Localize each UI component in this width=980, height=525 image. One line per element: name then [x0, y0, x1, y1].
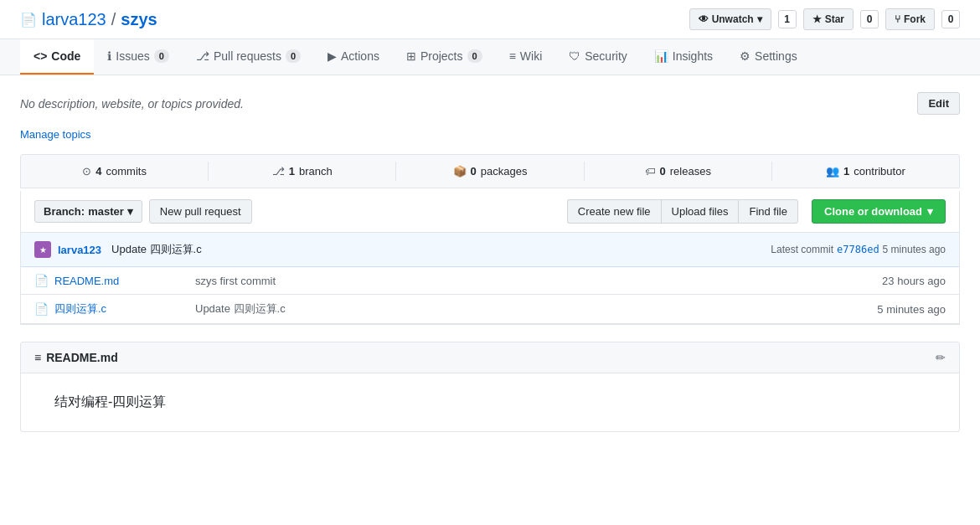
wiki-icon: ≡	[509, 49, 516, 63]
tab-insights-label: Insights	[673, 49, 713, 63]
branch-label-text: Branch:	[44, 205, 85, 218]
tab-pr-label: Pull requests	[214, 49, 281, 63]
unwatch-button[interactable]: 👁 Unwatch ▾	[689, 8, 771, 30]
readme-title: ≡ README.md	[34, 351, 118, 364]
readme-header: ≡ README.md ✏	[21, 342, 959, 373]
branches-stat[interactable]: ⎇ 1 branch	[209, 162, 396, 181]
code-icon: <>	[34, 49, 47, 63]
branch-selector[interactable]: Branch: master ▾	[34, 200, 142, 223]
tab-insights[interactable]: 📊 Insights	[641, 39, 726, 75]
issues-icon: ℹ	[107, 49, 111, 63]
repo-icon: 📄	[20, 12, 37, 28]
description-bar: No description, website, or topics provi…	[20, 92, 960, 115]
readme-edit-button[interactable]: ✏	[936, 351, 946, 364]
branch-label: branch	[299, 165, 333, 178]
repo-owner-link[interactable]: larva123	[42, 10, 106, 29]
packages-label: packages	[481, 165, 528, 178]
main-content: No description, website, or topics provi…	[0, 75, 980, 449]
stats-bar: ⊙ 4 commits ⎇ 1 branch 📦 0 packages 🏷 0 …	[20, 154, 960, 188]
readme-text: 结对编程-四则运算	[54, 394, 166, 409]
file-action-buttons: Create new file Upload files Find file	[567, 199, 798, 224]
star-button[interactable]: ★ Star	[803, 8, 854, 30]
contributors-label: contributor	[854, 165, 905, 178]
fork-count: 0	[941, 10, 960, 28]
commits-icon: ⊙	[82, 165, 91, 178]
clone-label: Clone or download	[824, 205, 922, 218]
contributors-icon: 👥	[826, 165, 839, 178]
commits-count: 4	[95, 165, 101, 178]
releases-count: 0	[660, 165, 666, 178]
tab-code-label: Code	[51, 49, 80, 63]
unwatch-count: 1	[778, 10, 797, 28]
file-commit-msg-c: Update 四则运算.c	[195, 301, 870, 317]
releases-stat[interactable]: 🏷 0 releases	[585, 162, 772, 181]
branch-name-text: master	[88, 205, 124, 218]
upload-files-button[interactable]: Upload files	[661, 199, 739, 224]
star-icon: ★	[812, 13, 822, 25]
readme-filename: README.md	[46, 351, 118, 364]
committer-avatar: ★	[34, 241, 51, 258]
releases-label: releases	[670, 165, 711, 178]
commits-stat[interactable]: ⊙ 4 commits	[21, 162, 209, 181]
issues-count: 0	[154, 49, 169, 63]
tab-code[interactable]: <> Code	[20, 39, 94, 75]
branch-chevron-icon: ▾	[127, 205, 133, 218]
tab-security-label: Security	[585, 49, 627, 63]
repo-name-link[interactable]: szys	[121, 10, 157, 29]
latest-commit-label: Latest commit	[771, 244, 833, 255]
readme-box: ≡ README.md ✏ 结对编程-四则运算	[20, 342, 960, 432]
star-label: Star	[825, 13, 844, 25]
file-row: 📄 README.md szys first commit 23 hours a…	[21, 267, 959, 295]
unwatch-label: Unwatch	[712, 13, 754, 25]
manage-topics-link[interactable]: Manage topics	[20, 128, 960, 141]
tab-projects-label: Projects	[420, 49, 463, 63]
fork-label: Fork	[904, 13, 926, 25]
clone-or-download-button[interactable]: Clone or download ▾	[812, 199, 946, 224]
find-file-button[interactable]: Find file	[738, 199, 798, 224]
eye-icon: 👁	[699, 13, 709, 25]
commit-hash[interactable]: e7786ed	[837, 244, 879, 255]
clone-chevron-icon: ▾	[927, 205, 933, 218]
tab-security[interactable]: 🛡 Security	[555, 39, 641, 75]
file-time-readme: 23 hours ago	[882, 275, 946, 287]
file-icon-c: 📄	[34, 302, 48, 316]
actions-icon: ▶	[328, 49, 337, 63]
tab-actions[interactable]: ▶ Actions	[314, 39, 393, 75]
security-icon: 🛡	[569, 49, 580, 63]
title-separator: /	[111, 10, 116, 29]
tab-wiki[interactable]: ≡ Wiki	[496, 39, 556, 75]
file-row: 📄 四则运算.c Update 四则运算.c 5 minutes ago	[21, 295, 959, 324]
star-count: 0	[860, 10, 879, 28]
releases-icon: 🏷	[645, 165, 656, 178]
tab-settings[interactable]: ⚙ Settings	[726, 39, 811, 75]
tab-actions-label: Actions	[341, 49, 379, 63]
repo-title: 📄 larva123 / szys	[20, 10, 157, 29]
packages-count: 0	[471, 165, 477, 178]
unwatch-chevron-icon: ▾	[757, 13, 762, 25]
tab-issues[interactable]: ℹ Issues 0	[94, 39, 183, 75]
commit-time: 5 minutes ago	[883, 244, 946, 255]
contributors-stat[interactable]: 👥 1 contributor	[772, 162, 959, 181]
commits-label: commits	[106, 165, 147, 178]
tab-projects[interactable]: ⊞ Projects 0	[393, 39, 496, 75]
file-toolbar: Branch: master ▾ New pull request Create…	[20, 191, 960, 233]
repo-description: No description, website, or topics provi…	[20, 97, 244, 111]
fork-button[interactable]: ⑂ Fork	[885, 8, 935, 30]
create-new-file-button[interactable]: Create new file	[567, 199, 661, 224]
new-pull-request-button[interactable]: New pull request	[149, 199, 252, 224]
edit-description-button[interactable]: Edit	[917, 92, 960, 115]
committer-username[interactable]: larva123	[58, 244, 101, 256]
tab-pull-requests[interactable]: ⎇ Pull requests 0	[183, 39, 314, 75]
packages-stat[interactable]: 📦 0 packages	[396, 162, 584, 181]
repo-tabs: <> Code ℹ Issues 0 ⎇ Pull requests 0 ▶ A…	[0, 39, 980, 75]
branch-icon: ⎇	[272, 165, 285, 178]
readme-book-icon: ≡	[34, 351, 41, 364]
fork-icon: ⑂	[895, 13, 900, 25]
page-header: 📄 larva123 / szys 👁 Unwatch ▾ 1 ★ Star 0…	[0, 0, 980, 39]
file-link-c[interactable]: 四则运算.c	[54, 301, 188, 317]
file-commit-msg-readme: szys first commit	[195, 275, 875, 287]
tab-wiki-label: Wiki	[520, 49, 542, 63]
tab-settings-label: Settings	[755, 49, 797, 63]
projects-icon: ⊞	[406, 49, 416, 63]
file-link-readme[interactable]: README.md	[54, 275, 188, 287]
